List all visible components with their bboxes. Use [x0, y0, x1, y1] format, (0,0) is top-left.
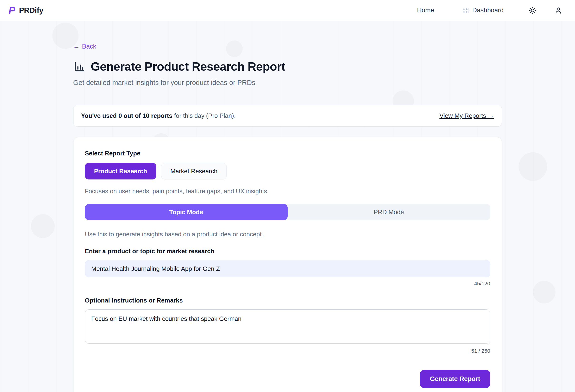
brand-logo-icon: P	[9, 5, 16, 16]
app-viewport: P PRDify Home Dashboard	[0, 0, 575, 392]
nav-dashboard-label: Dashboard	[472, 7, 504, 14]
nav-home-link[interactable]: Home	[417, 7, 434, 14]
page-title-row: Generate Product Research Report	[73, 60, 502, 74]
remarks-label: Optional Instructions or Remarks	[85, 297, 490, 304]
report-type-label: Select Report Type	[85, 150, 490, 157]
topic-mode-tab[interactable]: Topic Mode	[85, 204, 288, 220]
mode-description: Use this to generate insights based on a…	[85, 231, 490, 238]
arrow-left-icon: ←	[73, 43, 80, 50]
topic-char-counter: 45/120	[85, 281, 490, 287]
grid-icon	[462, 7, 469, 14]
generate-report-button[interactable]: Generate Report	[420, 370, 490, 388]
remarks-textarea[interactable]: Focus on EU market with countries that s…	[85, 309, 490, 344]
brand-logo-group[interactable]: P PRDify	[9, 5, 43, 16]
prd-mode-tab[interactable]: PRD Mode	[288, 204, 490, 220]
topic-input-label: Enter a product or topic for market rese…	[85, 247, 490, 255]
page-title: Generate Product Research Report	[91, 60, 286, 74]
usage-text: You've used 0 out of 10 reports for this…	[81, 112, 236, 120]
report-type-buttons: Product Research Market Research	[85, 163, 490, 179]
mode-segmented-control: Topic Mode PRD Mode	[85, 204, 490, 220]
view-reports-link[interactable]: View My Reports →	[439, 112, 494, 120]
account-button[interactable]	[552, 4, 565, 17]
report-form-card: Select Report Type Product Research Mark…	[73, 137, 502, 392]
nav-dashboard-link[interactable]: Dashboard	[462, 7, 504, 14]
sun-icon	[529, 7, 536, 14]
market-research-button[interactable]: Market Research	[161, 163, 227, 179]
theme-toggle-button[interactable]	[527, 4, 539, 17]
bar-chart-icon	[73, 60, 86, 73]
brand-name: PRDify	[19, 6, 43, 15]
top-navbar: P PRDify Home Dashboard	[0, 0, 575, 21]
back-link-label: Back	[82, 43, 96, 50]
back-link[interactable]: ← Back	[73, 43, 96, 50]
user-icon	[554, 7, 562, 14]
usage-rest: for this day (Pro Plan).	[172, 112, 236, 119]
page-subtitle: Get detailed market insights for your pr…	[73, 79, 502, 87]
main-content: ← Back Generate Product Research Report …	[73, 21, 502, 392]
navbar-links: Home Dashboard	[417, 4, 565, 17]
remarks-char-counter: 51 / 250	[85, 348, 490, 354]
submit-row: Generate Report	[85, 370, 490, 388]
topic-input[interactable]	[85, 260, 490, 277]
usage-banner: You've used 0 out of 10 reports for this…	[73, 105, 502, 127]
report-type-description: Focuses on user needs, pain points, feat…	[85, 188, 490, 195]
product-research-button[interactable]: Product Research	[85, 163, 157, 179]
usage-count: You've used 0 out of 10 reports	[81, 112, 172, 119]
